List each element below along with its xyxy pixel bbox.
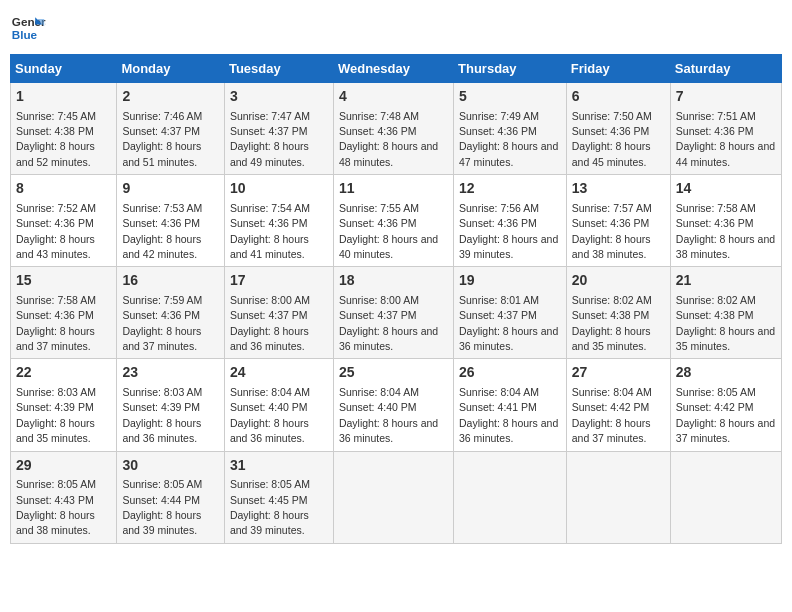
col-thursday: Thursday [454, 55, 567, 83]
table-cell: 19Sunrise: 8:01 AMSunset: 4:37 PMDayligh… [454, 267, 567, 359]
calendar-row: 8Sunrise: 7:52 AMSunset: 4:36 PMDaylight… [11, 175, 782, 267]
calendar-row: 29Sunrise: 8:05 AMSunset: 4:43 PMDayligh… [11, 451, 782, 543]
table-cell: 12Sunrise: 7:56 AMSunset: 4:36 PMDayligh… [454, 175, 567, 267]
logo-icon: General Blue [10, 10, 46, 46]
header-row: Sunday Monday Tuesday Wednesday Thursday… [11, 55, 782, 83]
table-cell [333, 451, 453, 543]
page-header: General Blue [10, 10, 782, 46]
table-cell: 25Sunrise: 8:04 AMSunset: 4:40 PMDayligh… [333, 359, 453, 451]
table-cell: 23Sunrise: 8:03 AMSunset: 4:39 PMDayligh… [117, 359, 225, 451]
calendar-table: Sunday Monday Tuesday Wednesday Thursday… [10, 54, 782, 544]
table-cell: 22Sunrise: 8:03 AMSunset: 4:39 PMDayligh… [11, 359, 117, 451]
calendar-row: 1Sunrise: 7:45 AMSunset: 4:38 PMDaylight… [11, 83, 782, 175]
table-cell: 15Sunrise: 7:58 AMSunset: 4:36 PMDayligh… [11, 267, 117, 359]
table-cell [454, 451, 567, 543]
table-cell: 4Sunrise: 7:48 AMSunset: 4:36 PMDaylight… [333, 83, 453, 175]
table-cell: 31Sunrise: 8:05 AMSunset: 4:45 PMDayligh… [224, 451, 333, 543]
table-cell: 8Sunrise: 7:52 AMSunset: 4:36 PMDaylight… [11, 175, 117, 267]
table-cell: 29Sunrise: 8:05 AMSunset: 4:43 PMDayligh… [11, 451, 117, 543]
calendar-row: 15Sunrise: 7:58 AMSunset: 4:36 PMDayligh… [11, 267, 782, 359]
col-monday: Monday [117, 55, 225, 83]
table-cell [566, 451, 670, 543]
table-cell: 24Sunrise: 8:04 AMSunset: 4:40 PMDayligh… [224, 359, 333, 451]
svg-text:Blue: Blue [12, 28, 38, 41]
table-cell: 27Sunrise: 8:04 AMSunset: 4:42 PMDayligh… [566, 359, 670, 451]
calendar-row: 22Sunrise: 8:03 AMSunset: 4:39 PMDayligh… [11, 359, 782, 451]
col-wednesday: Wednesday [333, 55, 453, 83]
col-friday: Friday [566, 55, 670, 83]
table-cell: 6Sunrise: 7:50 AMSunset: 4:36 PMDaylight… [566, 83, 670, 175]
table-cell: 28Sunrise: 8:05 AMSunset: 4:42 PMDayligh… [670, 359, 781, 451]
table-cell: 14Sunrise: 7:58 AMSunset: 4:36 PMDayligh… [670, 175, 781, 267]
table-cell [670, 451, 781, 543]
table-cell: 11Sunrise: 7:55 AMSunset: 4:36 PMDayligh… [333, 175, 453, 267]
col-saturday: Saturday [670, 55, 781, 83]
table-cell: 20Sunrise: 8:02 AMSunset: 4:38 PMDayligh… [566, 267, 670, 359]
table-cell: 17Sunrise: 8:00 AMSunset: 4:37 PMDayligh… [224, 267, 333, 359]
table-cell: 30Sunrise: 8:05 AMSunset: 4:44 PMDayligh… [117, 451, 225, 543]
logo: General Blue [10, 10, 46, 46]
col-sunday: Sunday [11, 55, 117, 83]
table-cell: 5Sunrise: 7:49 AMSunset: 4:36 PMDaylight… [454, 83, 567, 175]
table-cell: 9Sunrise: 7:53 AMSunset: 4:36 PMDaylight… [117, 175, 225, 267]
table-cell: 26Sunrise: 8:04 AMSunset: 4:41 PMDayligh… [454, 359, 567, 451]
table-cell: 2Sunrise: 7:46 AMSunset: 4:37 PMDaylight… [117, 83, 225, 175]
table-cell: 3Sunrise: 7:47 AMSunset: 4:37 PMDaylight… [224, 83, 333, 175]
col-tuesday: Tuesday [224, 55, 333, 83]
table-cell: 13Sunrise: 7:57 AMSunset: 4:36 PMDayligh… [566, 175, 670, 267]
table-cell: 21Sunrise: 8:02 AMSunset: 4:38 PMDayligh… [670, 267, 781, 359]
table-cell: 7Sunrise: 7:51 AMSunset: 4:36 PMDaylight… [670, 83, 781, 175]
table-cell: 16Sunrise: 7:59 AMSunset: 4:36 PMDayligh… [117, 267, 225, 359]
table-cell: 10Sunrise: 7:54 AMSunset: 4:36 PMDayligh… [224, 175, 333, 267]
table-cell: 18Sunrise: 8:00 AMSunset: 4:37 PMDayligh… [333, 267, 453, 359]
table-cell: 1Sunrise: 7:45 AMSunset: 4:38 PMDaylight… [11, 83, 117, 175]
